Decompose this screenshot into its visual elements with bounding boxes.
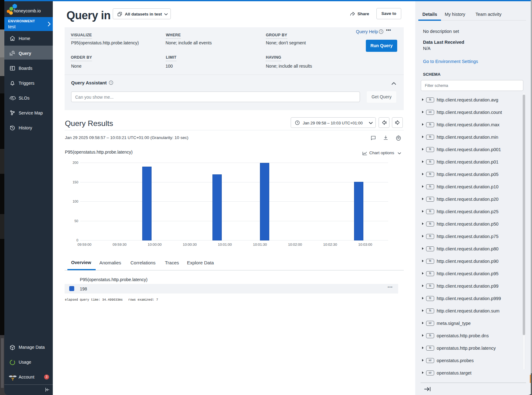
svg-text:?: ? <box>110 82 112 84</box>
svg-text:?: ? <box>380 30 382 33</box>
